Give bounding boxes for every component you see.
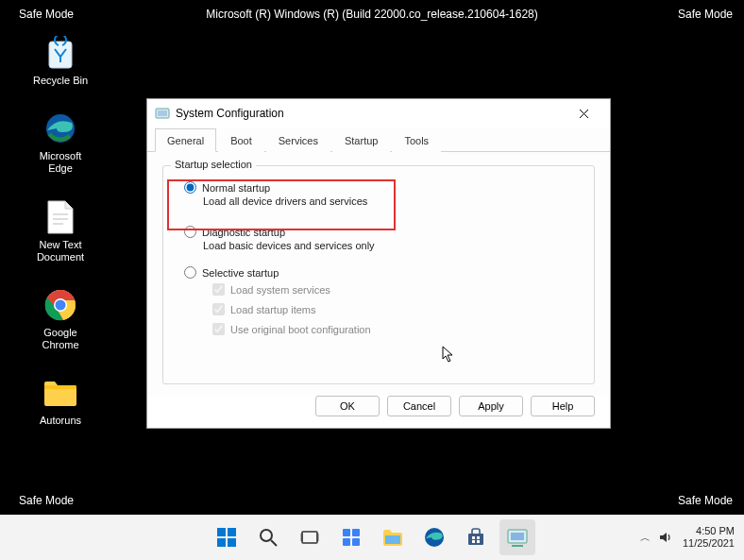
svg-rect-13 (217, 538, 226, 547)
widgets-icon (341, 527, 362, 548)
tray-chevron-icon[interactable]: ︿ (640, 531, 651, 545)
radio-selective-label: Selective startup (202, 267, 279, 279)
desktop-icon-chrome[interactable]: Google Chrome (28, 286, 93, 351)
check-load-startup-items: Load startup items (171, 299, 586, 319)
svg-rect-23 (352, 538, 360, 546)
edge-icon (42, 110, 79, 147)
sound-icon[interactable] (658, 530, 673, 545)
svg-rect-19 (316, 534, 319, 541)
desktop-icon-edge[interactable]: Microsoft Edge (28, 110, 93, 175)
safe-mode-label-tr: Safe Mode (678, 8, 733, 21)
tab-startup[interactable]: Startup (332, 128, 390, 152)
start-button[interactable] (209, 519, 245, 555)
dialog-button-row: OK Cancel Apply Help (315, 396, 595, 416)
apply-button[interactable]: Apply (459, 396, 523, 416)
radio-selective-input[interactable] (184, 266, 196, 279)
check-system-services-input (212, 283, 225, 296)
desktop-icons-column: Recycle Bin Microsoft Edge New Text Docu… (28, 34, 93, 428)
file-explorer-icon (381, 527, 404, 548)
check-load-system-services: Load system services (171, 280, 586, 299)
cancel-button[interactable]: Cancel (387, 396, 451, 416)
msconfig-icon (506, 527, 529, 548)
svg-rect-26 (468, 534, 483, 545)
svg-rect-22 (343, 538, 350, 546)
radio-normal-desc: Load all device drivers and services (171, 195, 586, 212)
msconfig-taskbar-button[interactable] (499, 519, 535, 555)
svg-point-15 (261, 530, 272, 541)
svg-rect-14 (228, 538, 236, 547)
desktop-icon-label: Autoruns (40, 415, 81, 427)
dialog-title: System Configuration (176, 107, 565, 120)
check-original-boot-input (212, 323, 225, 335)
safe-mode-label-tl: Safe Mode (19, 8, 74, 21)
check-label: Use original boot configuration (230, 324, 371, 335)
desktop-icon-label: Microsoft Edge (28, 150, 93, 175)
widgets-button[interactable] (333, 519, 369, 555)
clock-time: 4:50 PM (683, 525, 735, 537)
tab-boot[interactable]: Boot (218, 128, 264, 152)
system-tray[interactable]: ︿ (640, 530, 673, 545)
desktop-icon-autoruns[interactable]: Autoruns (28, 374, 93, 427)
dialog-body: Startup selection Normal startup Load al… (147, 152, 610, 396)
check-startup-items-input (212, 303, 225, 315)
desktop-icon-text-document[interactable]: New Text Document (28, 198, 93, 263)
startup-selection-group: Startup selection Normal startup Load al… (162, 165, 595, 384)
close-icon (579, 109, 589, 119)
check-label: Load startup items (230, 304, 316, 315)
explorer-button[interactable] (375, 519, 411, 555)
safe-mode-label-br: Safe Mode (678, 494, 733, 507)
tab-services[interactable]: Services (266, 128, 330, 152)
svg-rect-29 (472, 540, 475, 543)
desktop-icon-label: Recycle Bin (33, 75, 88, 87)
radio-diagnostic-startup[interactable]: Diagnostic startup (171, 224, 586, 239)
chrome-icon (42, 286, 79, 324)
radio-diagnostic-label: Diagnostic startup (202, 227, 285, 238)
msconfig-icon (155, 106, 170, 121)
radio-normal-startup[interactable]: Normal startup (171, 179, 586, 195)
edge-taskbar-button[interactable] (416, 519, 452, 555)
close-button[interactable] (565, 100, 602, 127)
svg-rect-30 (477, 540, 480, 543)
fieldset-legend: Startup selection (171, 159, 256, 170)
system-configuration-dialog: System Configuration General Boot Servic… (146, 98, 611, 429)
svg-rect-24 (385, 535, 400, 544)
taskbar-right: ︿ 4:50 PM 11/25/2021 (640, 525, 735, 549)
svg-rect-20 (343, 529, 350, 536)
store-button[interactable] (458, 519, 494, 555)
taskview-icon (299, 527, 320, 548)
radio-diagnostic-desc: Load basic devices and services only (171, 239, 586, 257)
svg-point-8 (56, 299, 66, 310)
desktop-icon-label: Google Chrome (28, 327, 93, 351)
svg-rect-11 (217, 528, 226, 536)
recycle-bin-icon (42, 34, 79, 72)
desktop-icon-recycle-bin[interactable]: Recycle Bin (28, 34, 93, 87)
svg-rect-12 (228, 528, 236, 536)
safe-mode-label-bl: Safe Mode (19, 494, 74, 507)
svg-rect-0 (49, 42, 72, 68)
radio-selective-startup[interactable]: Selective startup (171, 264, 586, 280)
desktop-icon-label: New Text Document (28, 239, 93, 263)
search-button[interactable] (250, 519, 286, 555)
svg-rect-10 (158, 110, 167, 116)
search-icon (258, 527, 279, 548)
tab-tools[interactable]: Tools (392, 128, 441, 152)
build-info: Microsoft (R) Windows (R) (Build 22000.c… (206, 8, 538, 21)
folder-icon (42, 374, 79, 412)
dialog-titlebar[interactable]: System Configuration (147, 99, 610, 127)
svg-rect-17 (302, 532, 317, 543)
radio-normal-label: Normal startup (202, 182, 270, 194)
edge-icon (423, 526, 446, 549)
svg-rect-27 (472, 536, 475, 539)
radio-normal-input[interactable] (184, 181, 196, 194)
taskbar-clock[interactable]: 4:50 PM 11/25/2021 (683, 525, 735, 549)
svg-line-16 (271, 540, 277, 546)
ok-button[interactable]: OK (315, 396, 380, 416)
taskview-button[interactable] (292, 519, 328, 555)
taskbar-center (209, 519, 535, 555)
help-button[interactable]: Help (531, 396, 595, 416)
tab-general[interactable]: General (155, 128, 216, 152)
taskbar: ︿ 4:50 PM 11/25/2021 (0, 515, 744, 560)
radio-diagnostic-input[interactable] (184, 226, 196, 238)
check-use-original-boot: Use original boot configuration (171, 319, 586, 339)
check-label: Load system services (230, 284, 330, 296)
